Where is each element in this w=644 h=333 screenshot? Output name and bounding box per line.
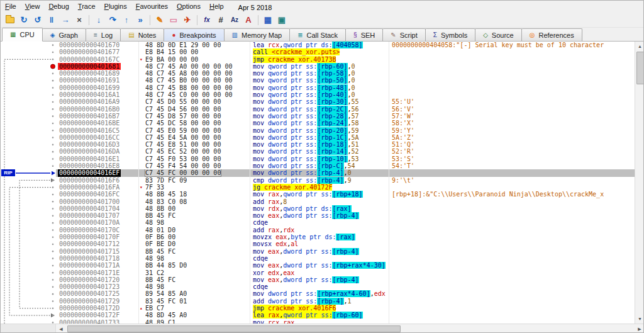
disasm-row[interactable]: 000000000040171A8B 44 85 D0mov eax,dword… xyxy=(56,262,635,269)
menu-view[interactable]: View xyxy=(21,1,45,13)
disasm-row[interactable]: 00000000004016C5C7 45 E0 59 00 00 00mov … xyxy=(56,127,635,134)
disasm-row[interactable]: 000000000040167048 8D 0D E1 29 00 00lea … xyxy=(56,42,635,48)
horizontal-scroll-thumb[interactable] xyxy=(67,325,401,332)
disasm-row[interactable]: 000000000040173348 89 C1mov rcx,rax xyxy=(56,319,635,324)
menu-file[interactable]: File xyxy=(1,1,21,13)
tabbar: ▦CPU◈Graph≡Log▤Notes●Breakpoints▥Memory … xyxy=(1,28,643,42)
hide-debugger-button[interactable]: ✈ xyxy=(180,14,194,26)
comment-cell: 51:'Q' xyxy=(389,141,635,148)
pause-button[interactable]: ‖ xyxy=(45,14,58,26)
disasm-row[interactable]: 000000000040171848 98cdqe xyxy=(56,255,635,262)
step-into-button[interactable]: ↓ xyxy=(92,14,106,26)
disasm-row[interactable]: 000000000040170448 8B 00mov rdx,qword pt… xyxy=(56,205,635,212)
close-button[interactable]: × xyxy=(72,14,86,26)
disasm-row[interactable]: 00000000004017120F BE D0movsx edx,al xyxy=(56,240,635,247)
scroll-down-arrow-icon[interactable]: ▼ xyxy=(635,314,644,324)
disasm-row[interactable]: 00000000004016A9C7 45 D0 55 00 00 00mov … xyxy=(56,98,635,105)
menu-debug[interactable]: Debug xyxy=(44,1,73,13)
menu-favourites[interactable]: Favourites xyxy=(131,1,172,13)
step-over-button[interactable]: ↷ xyxy=(106,14,119,26)
disasm-row[interactable]: 0000000000401677E8 B4 15 00 00call <crac… xyxy=(56,48,635,55)
instruction-cell: mov dword ptr ss:[rbp-18],51 xyxy=(250,141,389,148)
horizontal-scrollbar[interactable]: ◀ ▶ xyxy=(1,324,644,333)
disasm-row[interactable]: 00000000004017078B 45 FCmov eax,dword pt… xyxy=(56,212,635,219)
menu-help[interactable]: Help xyxy=(205,1,228,13)
disasm-row[interactable]: 000000000040168948 C7 45 A8 00 00 00 00m… xyxy=(56,70,635,77)
hash-button[interactable]: # xyxy=(214,14,228,26)
vertical-scroll-thumb[interactable] xyxy=(636,52,644,84)
tab-symbols[interactable]: ΣSymbols xyxy=(425,28,475,41)
restart-button[interactable]: ↻ xyxy=(17,14,31,26)
disasm-row[interactable]: 00000000004016FA▾7F 33jg crackme_xor.401… xyxy=(56,184,635,191)
disasm-row[interactable]: 000000000040170C48 01 D0add rax,rdx xyxy=(56,227,635,234)
disasm-row[interactable]: 000000000040172983 45 FC 01add dword ptr… xyxy=(56,298,635,305)
tab-notes[interactable]: ▤Notes xyxy=(120,28,164,41)
disasm-row[interactable]: 000000000040169948 C7 45 B8 00 00 00 00m… xyxy=(56,84,635,91)
address-cell: 00000000004016B0 xyxy=(56,106,139,113)
disasm-row[interactable]: 000000000040172348 98cdqe xyxy=(56,283,635,290)
disasm-row[interactable]: 00000000004016E8C7 45 F4 54 00 00 00mov … xyxy=(56,162,635,169)
tab-seh[interactable]: §SEH xyxy=(345,28,383,41)
address-cell: 000000000040171E xyxy=(56,269,139,276)
disasm-row[interactable]: 000000000040170048 83 C0 08add rax,8 xyxy=(56,198,635,205)
disasm-row[interactable]: 000000000040171E31 C2xor edx,eax xyxy=(56,269,635,276)
open-file-button[interactable] xyxy=(3,14,17,26)
disasm-row[interactable]: 00000000004016F683 7D FC 09cmp dword ptr… xyxy=(56,177,635,184)
disasm-row[interactable]: 000000000040169148 C7 45 B0 00 00 00 00m… xyxy=(56,77,635,84)
tab-script[interactable]: ✎Script xyxy=(382,28,426,41)
instruction-cell: jmp crackme_xor.40173B xyxy=(250,56,389,63)
step-out-button[interactable]: ↑ xyxy=(119,14,133,26)
tab-memory-map[interactable]: ▥Memory Map xyxy=(224,28,291,41)
menu-options[interactable]: Options xyxy=(172,1,205,13)
disasm-row[interactable]: 000000000040172F48 8D 45 A0lea rax,qword… xyxy=(56,312,635,319)
memory-grid-button[interactable]: ▦ xyxy=(261,14,275,26)
instruction-cell: jmp crackme_xor.4016F6 xyxy=(250,305,389,312)
run-button[interactable]: → xyxy=(58,14,72,26)
tab-cpu[interactable]: ▦CPU xyxy=(2,28,43,42)
disasm-row[interactable]: 000000000040172589 54 85 A0mov dword ptr… xyxy=(56,290,635,297)
tab-source[interactable]: ◇Source xyxy=(475,28,522,41)
address-cell: 00000000004016C5 xyxy=(56,127,139,134)
disasm-row[interactable]: 000000000040172D▴EB C7jmp crackme_xor.40… xyxy=(56,305,635,312)
disasm-row[interactable]: 00000000004017158B 45 FCmov eax,dword pt… xyxy=(56,248,635,255)
disasm-row[interactable]: 00000000004016DAC7 45 EC 52 00 00 00mov … xyxy=(56,148,635,155)
disasm-row[interactable]: 00000000004016A148 C7 45 C0 00 00 00 00m… xyxy=(56,91,635,98)
disasm-row[interactable]: 00000000004016FC48 8B 45 18mov rax,qword… xyxy=(56,191,635,198)
tab-label: CPU xyxy=(19,31,34,38)
tab-log[interactable]: ≡Log xyxy=(86,28,121,41)
highlighting-button[interactable]: A xyxy=(242,14,255,26)
tab-graph[interactable]: ◈Graph xyxy=(42,28,86,41)
disasm-row[interactable]: 00000000004016B0C7 45 D4 56 00 00 00mov … xyxy=(56,106,635,113)
assembler-button[interactable]: Az xyxy=(228,14,242,26)
tab-label: Script xyxy=(400,31,418,39)
menu-plugins[interactable]: Plugins xyxy=(100,1,131,13)
tab-references[interactable]: ◎References xyxy=(521,28,582,41)
disasm-row[interactable]: 00000000004016BEC7 45 DC 58 00 00 00mov … xyxy=(56,120,635,127)
horizontal-scroll-track[interactable] xyxy=(66,324,635,333)
reload-button[interactable]: ↺ xyxy=(31,14,45,26)
scroll-left-arrow-icon[interactable]: ◀ xyxy=(56,324,66,333)
disasm-row[interactable]: 000000000040167C▾E9 BA 00 00 00jmp crack… xyxy=(56,56,635,63)
menu-trace[interactable]: Trace xyxy=(74,1,100,13)
vertical-scrollbar[interactable]: ▲ ▼ xyxy=(635,42,644,324)
scroll-right-arrow-icon[interactable]: ▶ xyxy=(635,324,644,333)
disasm-row[interactable]: 00000000004017208B 45 FCmov eax,dword pt… xyxy=(56,276,635,283)
scroll-up-arrow-icon[interactable]: ▲ xyxy=(635,42,644,51)
disasm-row[interactable]: 00000000004016B7C7 45 D8 57 00 00 00mov … xyxy=(56,113,635,120)
disasm-row[interactable]: 00000000004016CCC7 45 E4 5A 00 00 00mov … xyxy=(56,134,635,141)
system-button[interactable]: ▣ xyxy=(275,14,289,26)
functions-button[interactable]: fx xyxy=(200,14,214,26)
patches-button[interactable]: ✎ xyxy=(153,14,167,26)
comment-cell: 53:'S' xyxy=(389,155,635,162)
disasm-row[interactable]: 000000000040168148 C7 45 A0 00 00 00 00m… xyxy=(56,63,635,70)
tab-call-stack[interactable]: ≣Call Stack xyxy=(289,28,346,41)
eraser-button[interactable]: ▭ xyxy=(167,14,180,26)
disasm-row[interactable]: 00000000004016D3C7 45 E8 51 00 00 00mov … xyxy=(56,141,635,148)
tab-breakpoints[interactable]: ●Breakpoints xyxy=(164,28,224,41)
disasm-row[interactable]: 000000000040170F0F B6 00movzx eax,byte p… xyxy=(56,234,635,240)
disasm-row[interactable]: 000000000040170A48 98cdqe xyxy=(56,219,635,226)
eraser-icon: ▭ xyxy=(170,16,177,24)
disasm-row[interactable]: 00000000004016E1C7 45 F0 53 00 00 00mov … xyxy=(56,155,635,162)
disasm-row[interactable]: 00000000004016EFC7 45 FC 00 00 00 00mov … xyxy=(56,169,635,176)
run-to-user-code-button[interactable]: » xyxy=(133,14,147,26)
